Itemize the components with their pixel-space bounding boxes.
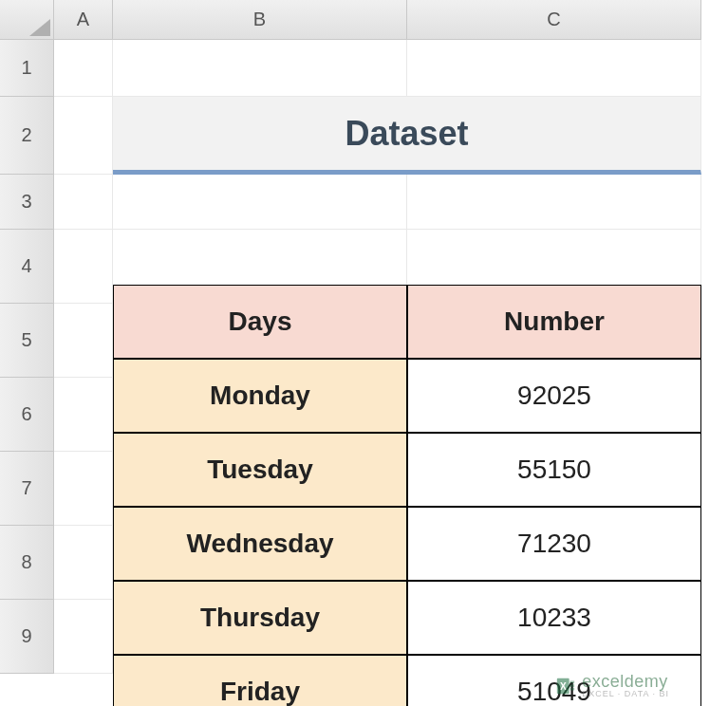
cell-A6[interactable] bbox=[54, 378, 113, 452]
table-row-day[interactable]: Monday bbox=[113, 359, 407, 433]
watermark-text: exceldemy EXCEL · DATA · BI bbox=[582, 673, 669, 698]
row-header-5[interactable]: 5 bbox=[0, 304, 54, 378]
excel-icon: X bbox=[555, 676, 576, 697]
table-row-number[interactable]: 10233 bbox=[407, 581, 701, 655]
table-row-day[interactable]: Friday bbox=[113, 655, 407, 706]
watermark-brand: exceldemy bbox=[582, 673, 669, 690]
column-header-B[interactable]: B bbox=[113, 0, 407, 40]
table-row-day[interactable]: Tuesday bbox=[113, 433, 407, 507]
title-cell[interactable]: Dataset bbox=[113, 97, 701, 175]
row-header-7[interactable]: 7 bbox=[0, 452, 54, 526]
cell-B3[interactable] bbox=[113, 175, 407, 230]
cell-A1[interactable] bbox=[54, 40, 113, 97]
cell-C3[interactable] bbox=[407, 175, 701, 230]
row-header-3[interactable]: 3 bbox=[0, 175, 54, 230]
cell-A2[interactable] bbox=[54, 97, 113, 175]
svg-text:X: X bbox=[560, 680, 567, 691]
table-row-number[interactable]: 92025 bbox=[407, 359, 701, 433]
cell-A7[interactable] bbox=[54, 452, 113, 526]
data-table: Days Number Monday 92025 Tuesday 55150 W… bbox=[113, 285, 701, 706]
table-header-number[interactable]: Number bbox=[407, 285, 701, 359]
select-all-corner[interactable] bbox=[0, 0, 54, 40]
cell-A4[interactable] bbox=[54, 230, 113, 304]
cell-A3[interactable] bbox=[54, 175, 113, 230]
column-header-A[interactable]: A bbox=[54, 0, 113, 40]
watermark: X exceldemy EXCEL · DATA · BI bbox=[555, 673, 669, 698]
table-row-day[interactable]: Thursday bbox=[113, 581, 407, 655]
table-row-number[interactable]: 55150 bbox=[407, 433, 701, 507]
row-header-4[interactable]: 4 bbox=[0, 230, 54, 304]
column-header-C[interactable]: C bbox=[407, 0, 701, 40]
row-header-1[interactable]: 1 bbox=[0, 40, 54, 97]
watermark-tagline: EXCEL · DATA · BI bbox=[582, 690, 669, 698]
cell-A5[interactable] bbox=[54, 304, 113, 378]
cell-B1[interactable] bbox=[113, 40, 407, 97]
row-header-6[interactable]: 6 bbox=[0, 378, 54, 452]
cell-A8[interactable] bbox=[54, 526, 113, 600]
row-header-2[interactable]: 2 bbox=[0, 97, 54, 175]
table-row-day[interactable]: Wednesday bbox=[113, 507, 407, 581]
row-header-8[interactable]: 8 bbox=[0, 526, 54, 600]
table-header-days[interactable]: Days bbox=[113, 285, 407, 359]
cell-A9[interactable] bbox=[54, 600, 113, 674]
cell-C1[interactable] bbox=[407, 40, 701, 97]
table-row-number[interactable]: 71230 bbox=[407, 507, 701, 581]
row-header-9[interactable]: 9 bbox=[0, 600, 54, 674]
